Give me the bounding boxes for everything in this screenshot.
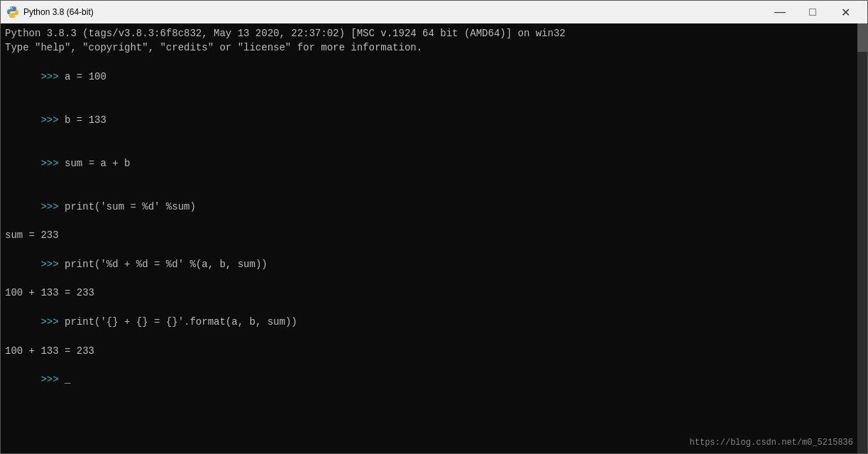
console-line-12: >>> _ [5, 358, 863, 401]
code-3: a = 100 [65, 71, 106, 82]
python-window: Python 3.8 (64-bit) — □ ✕ Python 3.8.3 (… [0, 0, 868, 454]
console-line-5: >>> sum = a + b [5, 141, 863, 185]
scrollbar-thumb[interactable] [857, 23, 867, 52]
code-4: b = 133 [65, 114, 106, 126]
window-title: Python 3.8 (64-bit) [23, 7, 764, 17]
window-controls: — □ ✕ [764, 1, 862, 23]
close-icon: ✕ [841, 6, 850, 19]
minimize-button[interactable]: — [764, 1, 796, 23]
console-line-10: >>> print('{} + {} = {}'.format(a, b, su… [5, 301, 863, 344]
console-line-7: sum = 233 [5, 228, 863, 242]
title-bar: Python 3.8 (64-bit) — □ ✕ [1, 1, 867, 23]
prompt-12: >>> [40, 374, 65, 385]
code-8: print('%d + %d = %d' %(a, b, sum)) [65, 259, 268, 270]
code-5: sum = a + b [65, 158, 130, 169]
maximize-icon: □ [809, 6, 816, 18]
console-line-8: >>> print('%d + %d = %d' %(a, b, sum)) [5, 242, 863, 286]
console-line-3: >>> a = 100 [5, 55, 863, 99]
code-10: print('{} + {} = {}'.format(a, b, sum)) [65, 316, 297, 328]
maximize-button[interactable]: □ [796, 1, 829, 23]
console-line-9: 100 + 133 = 233 [5, 286, 863, 300]
console-area[interactable]: Python 3.8.3 (tags/v3.8.3:6f8c832, May 1… [1, 23, 867, 453]
close-button[interactable]: ✕ [829, 1, 862, 23]
console-line-4: >>> b = 133 [5, 98, 863, 141]
prompt-3: >>> [40, 71, 65, 82]
console-line-11: 100 + 133 = 233 [5, 344, 863, 358]
code-6: print('sum = %d' %sum) [65, 201, 196, 212]
console-line-1: Python 3.8.3 (tags/v3.8.3:6f8c832, May 1… [5, 26, 863, 40]
prompt-6: >>> [40, 201, 65, 212]
scrollbar[interactable] [857, 23, 867, 453]
python-icon [6, 6, 19, 18]
prompt-8: >>> [40, 259, 65, 270]
console-line-6: >>> print('sum = %d' %sum) [5, 185, 863, 228]
prompt-4: >>> [40, 114, 65, 126]
prompt-10: >>> [40, 316, 65, 328]
prompt-5: >>> [40, 158, 65, 169]
watermark: https://blog.csdn.net/m0_5215836 [690, 437, 853, 449]
minimize-icon: — [774, 6, 786, 18]
cursor-12: _ [65, 374, 70, 385]
console-line-2: Type "help", "copyright", "credits" or "… [5, 40, 863, 55]
